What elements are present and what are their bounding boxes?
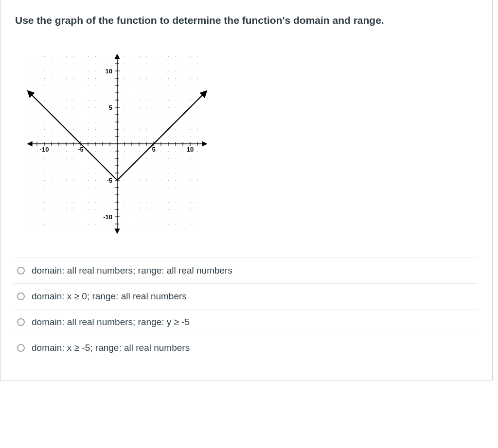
ytick-neg10: -10: [103, 213, 112, 221]
radio-icon: [17, 267, 25, 275]
radio-icon: [17, 318, 25, 326]
option-1-label: domain: all real numbers; range: all rea…: [32, 265, 232, 276]
question-prompt: Use the graph of the function to determi…: [15, 14, 478, 27]
option-4-label: domain: x ≥ -5; range: all real numbers: [32, 343, 190, 353]
function-graph: -10 -5 5 10 -10 -5 5 10: [20, 47, 214, 241]
question-card: Use the graph of the function to determi…: [0, 0, 493, 380]
xtick-neg5: -5: [78, 146, 84, 153]
answer-options: domain: all real numbers; range: all rea…: [13, 258, 478, 361]
radio-icon: [17, 344, 25, 352]
xtick-10: 10: [187, 146, 194, 153]
ytick-5: 5: [109, 104, 112, 111]
option-3[interactable]: domain: all real numbers; range: y ≥ -5: [13, 309, 478, 335]
option-2[interactable]: domain: x ≥ 0; range: all real numbers: [13, 283, 478, 309]
option-2-label: domain: x ≥ 0; range: all real numbers: [32, 291, 187, 302]
graph-container: -10 -5 5 10 -10 -5 5 10: [20, 47, 478, 243]
option-3-label: domain: all real numbers; range: y ≥ -5: [32, 317, 190, 327]
option-1[interactable]: domain: all real numbers; range: all rea…: [13, 258, 478, 283]
xtick-5: 5: [152, 146, 155, 153]
xtick-neg10: -10: [40, 146, 49, 153]
radio-icon: [17, 293, 25, 300]
option-4[interactable]: domain: x ≥ -5; range: all real numbers: [13, 335, 478, 361]
ytick-neg5: -5: [107, 177, 112, 184]
ytick-10: 10: [106, 68, 112, 75]
